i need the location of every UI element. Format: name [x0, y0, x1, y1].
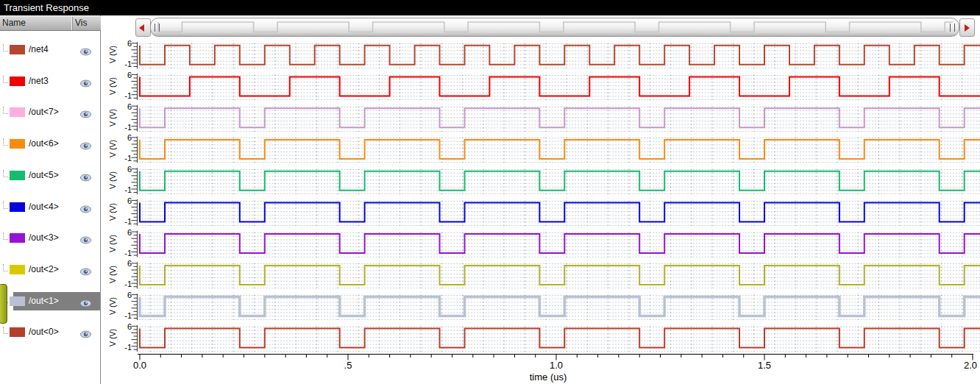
left-arrow-icon [139, 24, 144, 32]
visibility-eye-icon[interactable] [79, 328, 92, 336]
strip-ytick-bottom: -1 [114, 123, 132, 132]
strip-ytick-top: 6 [114, 322, 132, 331]
visibility-eye-icon[interactable] [79, 297, 92, 305]
visibility-eye-icon[interactable] [79, 203, 92, 211]
strip-ytick-top: 6 [114, 165, 132, 174]
signal-color-swatch [10, 139, 25, 149]
scrollbar-left-arrow-button[interactable] [135, 18, 151, 37]
signal-color-swatch [10, 233, 25, 243]
signal-color-swatch [10, 77, 25, 86]
signal-row-out-7[interactable]: /out<7> [0, 96, 101, 128]
strip-ytick-bottom: -1 [114, 217, 132, 226]
tree-branch-icon [3, 107, 8, 114]
signal-color-swatch [10, 296, 25, 306]
column-divider [71, 17, 73, 30]
signal-row-out-3[interactable]: /out<3> [0, 222, 101, 254]
strip-ytick-bottom: -1 [114, 185, 132, 194]
xaxis-tick-label-1p0: 1.0 [542, 360, 571, 371]
strip-ytick-bottom: -1 [114, 249, 132, 257]
signal-row-net3[interactable]: /net3 [0, 65, 101, 97]
signal-color-swatch [10, 107, 25, 117]
name-column-header: Name [2, 18, 26, 28]
tree-branch-icon [3, 76, 8, 83]
visibility-eye-icon[interactable] [79, 234, 92, 242]
signal-list-header: Name Vis [0, 16, 101, 31]
signal-name: /out<4> [29, 202, 59, 212]
xaxis-tick-label-0p0: 0.0 [125, 360, 155, 371]
signal-row-net4[interactable]: /net4 [0, 34, 101, 65]
strip-ytick-bottom: -1 [114, 60, 132, 68]
xaxis-tick-label-p5: .5 [333, 360, 363, 371]
visibility-eye-icon[interactable] [79, 140, 92, 148]
signal-row-out-6[interactable]: /out<6> [0, 128, 101, 160]
tree-branch-icon [3, 202, 8, 209]
signal-name: /out<6> [29, 138, 59, 149]
signal-name: /out<5> [29, 170, 59, 180]
strip-ytick-top: 6 [114, 133, 132, 142]
strip-ytick-bottom: -1 [114, 154, 132, 163]
scrollbar-right-arrow-button[interactable] [959, 18, 975, 37]
strip-ytick-top: 6 [114, 102, 132, 111]
window-title: Transient Response [0, 0, 980, 15]
strip-ytick-top: 6 [114, 259, 132, 268]
xaxis-title: time (us) [475, 371, 622, 383]
signal-color-swatch [10, 327, 25, 337]
signal-rows-container: /net4 /net3 /out<7> [0, 31, 101, 369]
tree-branch-icon [3, 264, 8, 271]
signal-name: /out<7> [29, 107, 59, 117]
signal-color-swatch [10, 202, 25, 212]
signal-color-swatch [10, 171, 25, 180]
tree-branch-icon [3, 232, 8, 240]
strip-ytick-top: 6 [114, 71, 132, 79]
selection-group-marker[interactable] [0, 284, 7, 324]
visibility-eye-icon[interactable] [79, 171, 92, 179]
thumb-right-grip-icon[interactable] [950, 24, 955, 32]
strip-ytick-bottom: -1 [114, 91, 132, 100]
visibility-eye-icon[interactable] [79, 46, 92, 54]
tree-branch-icon [3, 44, 8, 51]
xaxis-tick-label-2p0: 2.0 [956, 360, 980, 371]
tree-branch-icon [3, 170, 8, 177]
signal-row-out-4[interactable]: /out<4> [0, 191, 101, 223]
strip-ytick-bottom: -1 [114, 311, 132, 320]
tree-branch-icon [3, 327, 8, 334]
strip-ytick-top: 6 [114, 196, 132, 205]
signal-color-swatch [10, 265, 25, 274]
signal-name: /net4 [29, 44, 49, 54]
signal-name: /out<1> [29, 296, 59, 306]
visibility-eye-icon[interactable] [79, 266, 92, 274]
visibility-eye-icon[interactable] [79, 108, 92, 116]
signal-row-out-2[interactable]: /out<2> [0, 254, 101, 285]
strip-ytick-top: 6 [114, 228, 132, 237]
tree-branch-icon [3, 138, 8, 146]
visibility-eye-icon[interactable] [79, 77, 92, 85]
signal-name: /out<2> [29, 264, 59, 274]
signal-row-out-5[interactable]: /out<5> [0, 160, 101, 191]
signal-name: /net3 [29, 76, 49, 86]
overview-scrollbar-thumb[interactable] [150, 18, 959, 37]
signal-row-out-0[interactable]: /out<0> [0, 316, 101, 348]
signal-color-swatch [10, 45, 25, 54]
signal-row-out-1[interactable]: /out<1> [0, 285, 101, 317]
strip-ytick-top: 6 [114, 39, 132, 48]
xaxis-tick-label-1p5: 1.5 [750, 360, 779, 371]
strip-ytick-bottom: -1 [114, 343, 132, 352]
strip-ytick-bottom: -1 [114, 280, 132, 288]
signal-name: /out<0> [29, 327, 59, 337]
right-arrow-icon [965, 24, 970, 32]
strip-ytick-top: 6 [114, 291, 132, 299]
signal-name: /out<3> [29, 232, 59, 243]
vis-column-header: Vis [75, 18, 87, 28]
thumb-left-grip-icon[interactable] [155, 24, 160, 32]
